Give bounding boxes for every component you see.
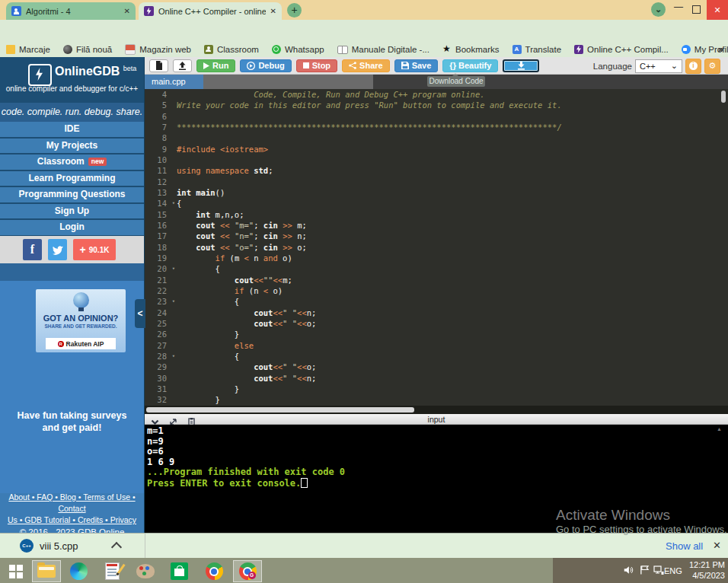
edge-button[interactable] [64, 560, 93, 582]
onlinegdb-logo-icon [28, 64, 52, 86]
tab-search-button[interactable]: ⌄ [651, 2, 666, 17]
tab-close-icon[interactable]: ✕ [124, 7, 130, 15]
line-number: 13 [145, 187, 177, 198]
sidebar-item-programming-questions[interactable]: Programming Questions [0, 187, 144, 204]
fold-icon[interactable]: ▾ [172, 296, 175, 307]
code-line: 13int main() [145, 187, 728, 198]
classroom-favicon-icon [11, 6, 21, 16]
bookmarks-overflow-icon[interactable]: » [718, 43, 723, 55]
share-count: 90.1K [89, 246, 110, 254]
editor-tab-maincpp[interactable]: main.cpp [145, 75, 203, 89]
code-line: 26 } [145, 329, 728, 339]
code-line: 29 cout<<" "<<o; [145, 362, 728, 372]
bookmark-item[interactable]: Marcaje [6, 45, 50, 54]
bookmark-item[interactable]: Filă nouă [63, 45, 112, 54]
download-button[interactable] [503, 59, 539, 72]
settings-button[interactable]: ⚙ [704, 59, 720, 74]
sidebar-item-learn-programming[interactable]: Learn Programming [0, 171, 144, 188]
network-icon[interactable] [653, 565, 664, 578]
download-tooltip: Download Code [427, 76, 485, 87]
share-count-button[interactable]: + 90.1K [73, 239, 116, 260]
browser-tab-algoritmi[interactable]: Algoritmi - 4 ✕ [6, 2, 136, 20]
footer-links[interactable]: Us • GDB Tutorial • Credits • Privacy [0, 515, 144, 526]
show-all-downloads-link[interactable]: Show all [666, 540, 703, 552]
sidebar-header: OnlineGDB beta online compiler and debug… [0, 57, 144, 103]
paint-button[interactable] [131, 560, 160, 582]
bookmark-item[interactable]: Whatsapp [272, 45, 324, 54]
sidebar-item-sign-up[interactable]: Sign Up [0, 204, 144, 221]
sidebar-item-my-projects[interactable]: My Projects [0, 139, 144, 155]
store-button[interactable] [164, 560, 193, 582]
code-line: 32 } [145, 394, 728, 405]
activate-windows-watermark: Activate Windows [556, 507, 670, 524]
windows-logo-icon [9, 565, 23, 578]
new-badge: new [88, 158, 107, 166]
fold-icon[interactable]: ▾ [172, 263, 175, 274]
chrome-button[interactable] [200, 560, 228, 582]
window-minimize-button[interactable]: — [673, 2, 684, 12]
volume-icon[interactable] [623, 565, 634, 578]
info-icon: i [689, 62, 698, 70]
stop-button[interactable]: Stop [296, 59, 337, 72]
new-file-button[interactable] [149, 59, 168, 72]
sidebar-collapse-handle[interactable]: < [135, 299, 145, 328]
editor-hscrollbar[interactable] [145, 406, 728, 414]
taskbar-clock[interactable]: 12:21 PM 4/5/2023 [685, 560, 725, 581]
console-scroll-up-icon[interactable]: ▲ [717, 426, 722, 432]
bookmark-item[interactable]: Magazin web [125, 44, 191, 55]
line-number: 19 [145, 253, 177, 263]
bookmark-label: Filă nouă [76, 45, 112, 54]
run-button[interactable]: Run [196, 59, 235, 72]
console-cursor [301, 478, 308, 488]
sidebar-item-ide[interactable]: IDE [0, 122, 144, 139]
code-line: 8 [145, 132, 728, 143]
tab-close-icon[interactable]: ✕ [270, 7, 276, 15]
share-button[interactable]: Share [342, 59, 390, 72]
footer-links[interactable]: About • FAQ • Blog • Terms of Use • Cont… [0, 492, 144, 515]
beautify-button[interactable]: {} Beautify [442, 59, 498, 72]
code-line: 15 int m,n,o; [145, 209, 728, 220]
start-button[interactable] [2, 560, 30, 582]
browser-tab-onlinegdb[interactable]: Online C++ Compiler - online ed ✕ [139, 2, 282, 20]
chrome-profile-button[interactable]: G [233, 560, 262, 582]
bookmark-label: Bookmarks [455, 45, 500, 54]
new-tab-button[interactable]: + [287, 3, 302, 18]
info-button[interactable]: i [685, 59, 701, 74]
bookmark-item[interactable]: Bookmarks [442, 45, 500, 54]
line-number: 25 [145, 318, 177, 329]
line-number: 28▾ [145, 351, 177, 362]
language-select[interactable]: C++⌄ [635, 59, 682, 73]
download-icon [517, 62, 525, 70]
window-close-button[interactable]: ✕ [707, 0, 728, 20]
code-line: 12 [145, 177, 728, 187]
journal-button[interactable] [97, 560, 126, 582]
facebook-button[interactable]: f [23, 239, 42, 260]
bookmark-item[interactable]: Translate [512, 45, 562, 54]
downloaded-file[interactable]: viii 5.cpp [40, 540, 78, 552]
open-file-button[interactable] [173, 59, 192, 72]
bookmark-item[interactable]: Online C++ Compil... [574, 45, 669, 54]
fold-icon[interactable]: ▾ [172, 351, 175, 362]
ad-banner[interactable]: GOT AN OPINION? SHARE AND GET REWARDED. … [36, 289, 126, 352]
download-item-chevron-icon[interactable] [111, 542, 122, 553]
bookmark-label: Whatsapp [285, 45, 324, 54]
line-number: 26 [145, 329, 177, 339]
tab-title: Algoritmi - 4 [26, 7, 120, 16]
code-editor[interactable]: 4 Code, Compile, Run and Debug C++ progr… [145, 89, 728, 406]
downloads-bar-close-icon[interactable]: ✕ [713, 540, 721, 551]
line-number: 15 [145, 209, 177, 220]
window-maximize-button[interactable] [692, 5, 701, 14]
action-center-flag-icon[interactable] [640, 565, 650, 578]
keyboard-language[interactable]: ENG [664, 558, 682, 583]
fold-icon[interactable]: ▾ [172, 198, 175, 209]
sidebar-item-classroom[interactable]: Classroomnew [0, 155, 144, 171]
debug-button[interactable]: Debug [240, 59, 291, 72]
editor-vscroll-thumb[interactable] [721, 91, 726, 103]
file-explorer-button[interactable] [32, 560, 61, 582]
save-button[interactable]: Save [394, 59, 439, 72]
bookmark-item[interactable]: Classroom [204, 45, 259, 54]
bookmark-item[interactable]: Manuale Digitale -... [337, 45, 429, 54]
ad-caption: and get paid! [0, 422, 144, 433]
sidebar-item-login[interactable]: Login [0, 220, 144, 237]
twitter-button[interactable] [48, 239, 67, 260]
